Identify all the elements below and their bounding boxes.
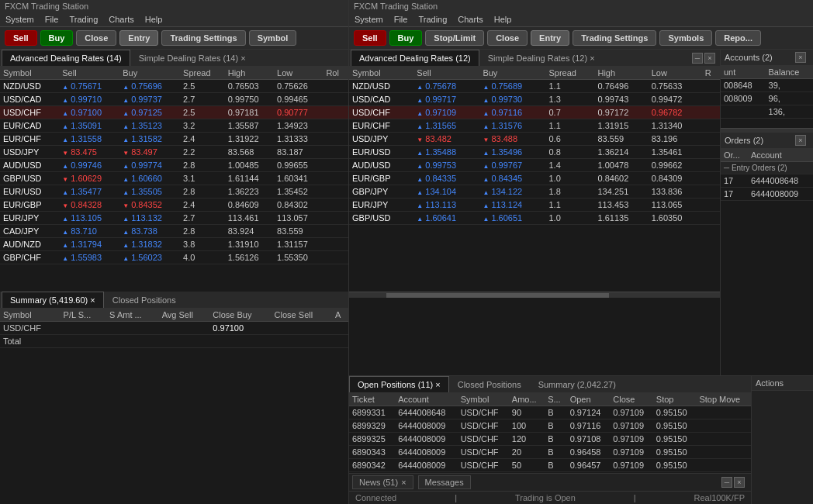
left-tab-advanced[interactable]: Advanced Dealing Rates (14) [2,50,130,66]
table-row[interactable]: CAD/JPY ▲ 83.710 ▲ 83.738 2.8 83.924 83.… [0,225,348,238]
table-row[interactable]: USD/CAD ▲ 0.99717 ▲ 0.99730 1.3 0.99743 … [349,93,720,106]
table-row[interactable]: GBP/CHF ▲ 1.55983 ▲ 1.56023 4.0 1.56126 … [0,251,348,264]
accounts-orders-col: Accounts (2) × unt Balance 008648 [720,50,813,375]
rate-symbol: EUR/JPY [0,212,59,225]
accounts-close[interactable]: × [795,52,806,63]
right-stop-button[interactable]: Stop/Limit [425,30,484,46]
table-row[interactable]: GBP/USD ▲ 1.60641 ▲ 1.60651 1.0 1.61135 … [349,212,720,225]
table-row[interactable]: GBP/JPY ▲ 134.104 ▲ 134.122 1.8 134.251 … [349,185,720,198]
table-row[interactable]: 6899325 6444008009 USD/CHF 120 B 0.97108… [349,433,751,446]
table-row[interactable]: 008648 39, [721,79,813,92]
table-row[interactable]: EUR/CAD ▲ 1.35091 ▲ 1.35123 3.2 1.35587 … [0,119,348,133]
status-connected: Connected [355,493,396,502]
rate-high: 1.36214 [594,146,648,159]
table-row[interactable]: USD/CHF ▲ 0.97109 ▲ 0.97116 0.7 0.97172 … [349,106,720,119]
right-menu-system[interactable]: System [352,14,386,25]
rate-symbol: EUR/GBP [349,172,413,185]
left-menu-system[interactable]: System [3,14,36,25]
table-row[interactable]: 17 6444008648 [721,174,813,188]
table-row[interactable]: USD/CHF ▲ 0.97100 ▲ 0.97125 2.5 0.97181 … [0,106,348,119]
right-tab-simple[interactable]: Simple Dealing Rates (12) × [479,50,604,66]
messages-tab[interactable]: Messages [418,475,471,489]
rate-r [702,198,720,212]
right-entry-button[interactable]: Entry [531,30,569,46]
table-row[interactable]: NZD/USD ▲ 0.75678 ▲ 0.75689 1.1 0.76496 … [349,80,720,93]
left-symbols-button[interactable]: Symbol [249,30,297,46]
table-row[interactable]: EUR/CHF ▲ 1.31565 ▲ 1.31576 1.1 1.31915 … [349,119,720,133]
right-rates-scrollbar[interactable] [349,292,720,298]
left-close-button[interactable]: Close [76,30,116,46]
right-symbols-button[interactable]: Symbols [659,30,712,46]
tab-summary[interactable]: Summary (2,042.27) [530,376,624,392]
news-close-icon[interactable]: × [401,478,406,487]
tab-open-positions[interactable]: Open Positions (11) × [349,376,449,392]
news-close[interactable]: × [734,477,745,488]
right-sell-button[interactable]: Sell [354,30,386,46]
table-row[interactable]: USD/JPY ▼ 83.482 ▼ 83.488 0.6 83.559 83.… [349,133,720,146]
table-row[interactable]: AUD/USD ▲ 0.99753 ▲ 0.99767 1.4 1.00478 … [349,159,720,172]
pos-stop-move [696,406,751,419]
table-row[interactable]: EUR/GBP ▲ 0.84335 ▲ 0.84345 1.0 0.84602 … [349,172,720,185]
right-menu-charts[interactable]: Charts [455,14,485,25]
rate-sell: ▲ 0.75671 [59,80,119,93]
left-sell-button[interactable]: Sell [5,30,37,46]
right-tab-advanced[interactable]: Advanced Dealing Rates (12) [351,50,479,66]
tab-closed-positions[interactable]: Closed Positions [449,376,530,392]
left-menu-trading[interactable]: Trading [67,14,100,25]
right-settings-button[interactable]: Trading Settings [573,30,656,46]
left-menu-charts[interactable]: Charts [106,14,136,25]
rcol-spread: Spread [546,67,595,80]
table-row[interactable]: 6890342 6444008009 USD/CHF 50 B 0.96457 … [349,459,751,472]
table-row[interactable]: 17 6444008009 [721,188,813,201]
left-entry-button[interactable]: Entry [119,30,158,46]
right-close-button[interactable]: Close [487,30,528,46]
rate-r [702,133,720,146]
account-balance: 136, [766,105,813,119]
table-row[interactable]: EUR/JPY ▲ 113.113 ▲ 113.124 1.1 113.453 … [349,198,720,212]
news-tab[interactable]: News (51) × [352,475,413,489]
table-row[interactable]: 136, [721,105,813,119]
rate-high: 113.461 [225,212,274,225]
news-min[interactable]: ─ [721,477,732,488]
table-row[interactable]: USD/JPY ▼ 83.475 ▼ 83.497 2.2 83.568 83.… [0,146,348,159]
pos-ticket: 6899331 [349,406,395,419]
table-row[interactable]: GBP/USD ▼ 1.60629 ▲ 1.60660 3.1 1.61144 … [0,172,348,185]
right-menu-help[interactable]: Help [492,14,514,25]
table-row[interactable]: EUR/GBP ▼ 0.84328 ▼ 0.84352 2.4 0.84609 … [0,198,348,212]
orders-close[interactable]: × [795,135,806,146]
table-row[interactable]: EUR/USD ▲ 1.35488 ▲ 1.35496 0.8 1.36214 … [349,146,720,159]
rate-high: 83.568 [225,146,274,159]
left-buy-button[interactable]: Buy [40,30,74,46]
rate-sell: ▲ 0.99746 [59,159,119,172]
right-menu-trading[interactable]: Trading [416,14,449,25]
right-dealing-close[interactable]: × [704,53,715,64]
right-menu-file[interactable]: File [392,14,410,25]
table-row[interactable]: EUR/JPY ▲ 113.105 ▲ 113.132 2.7 113.461 … [0,212,348,225]
table-row[interactable]: EUR/CHF ▲ 1.31558 ▲ 1.31582 2.4 1.31922 … [0,133,348,146]
table-row[interactable]: AUD/NZD ▲ 1.31794 ▲ 1.31832 3.8 1.31910 … [0,238,348,251]
table-row[interactable]: 6899329 6444008009 USD/CHF 100 B 0.97116… [349,419,751,433]
left-tab-simple[interactable]: Simple Dealing Rates (14) × [130,50,254,66]
table-row[interactable]: EUR/USD ▲ 1.35477 ▲ 1.35505 2.8 1.36223 … [0,185,348,198]
table-row[interactable]: AUD/USD ▲ 0.99746 ▲ 0.99774 2.8 1.00485 … [0,159,348,172]
left-closed-tab[interactable]: Closed Positions [104,292,185,308]
table-row[interactable]: USD/CHF 0.97100 [0,322,348,335]
rate-spread: 3.8 [180,238,225,251]
right-dealing-min[interactable]: ─ [692,53,703,64]
table-row[interactable]: 008009 96, [721,92,813,105]
right-buy-button[interactable]: Buy [389,30,423,46]
rate-r [702,146,720,159]
account-id [721,105,766,119]
pos-stop-move [696,433,751,446]
accounts-scrollbar[interactable] [721,128,813,133]
left-settings-button[interactable]: Trading Settings [161,30,245,46]
right-report-button[interactable]: Repo... [715,30,761,46]
table-row[interactable]: 6899331 6444008648 USD/CHF 90 B 0.97124 … [349,406,751,419]
table-row[interactable]: USD/CAD ▲ 0.99710 ▲ 0.99737 2.7 0.99750 … [0,93,348,106]
summary-a [332,322,348,335]
table-row[interactable]: 6890343 6444008009 USD/CHF 20 B 0.96458 … [349,446,751,459]
left-menu-file[interactable]: File [43,14,61,25]
left-menu-help[interactable]: Help [143,14,165,25]
left-summary-tab[interactable]: Summary (5,419.60) × [2,292,104,308]
table-row[interactable]: NZD/USD ▲ 0.75671 ▲ 0.75696 2.5 0.76503 … [0,80,348,93]
